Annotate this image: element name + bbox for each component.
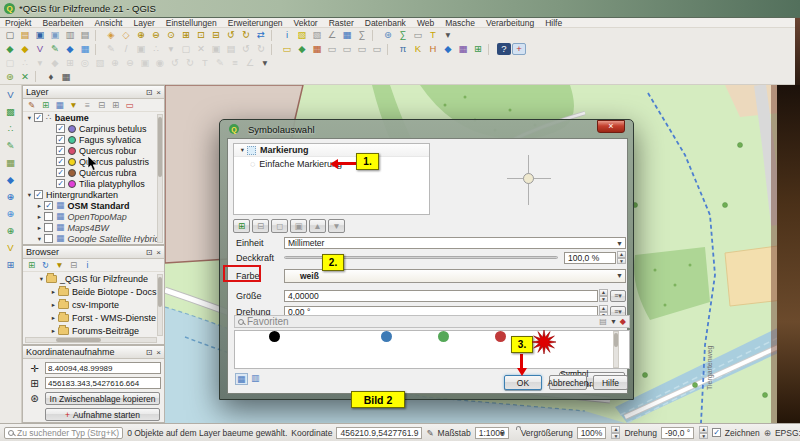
move-layer-down-icon[interactable]: ▼ [328, 219, 345, 233]
paste-features-icon[interactable]: ▤ [224, 43, 238, 55]
browser-tree-item[interactable]: ▸ Forums-Beiträge [23, 324, 164, 336]
separator[interactable] [95, 44, 101, 55]
kml-tools-icon[interactable]: K [411, 43, 425, 55]
crs-status[interactable]: EPSG:25832 [775, 428, 800, 438]
add-gps-points-icon[interactable]: ∴ [3, 122, 19, 135]
add-wfs-layer-icon[interactable]: ⊕ [3, 224, 19, 237]
menu-item[interactable]: Einstellungen [166, 18, 217, 28]
spin-buttons[interactable]: ▲▼ [617, 251, 626, 264]
map-tips-icon[interactable]: ▭ [411, 29, 425, 41]
spin-buttons[interactable]: ▲▼ [611, 426, 620, 439]
zoom-in-icon[interactable]: ⊕ [134, 29, 148, 41]
expand-arrow-icon[interactable]: ▸ [35, 213, 44, 221]
track-mouse-icon[interactable]: ⊛ [27, 393, 42, 405]
html-tools-icon[interactable]: H [426, 43, 440, 55]
layer-checkbox[interactable]: ✓ [56, 179, 65, 188]
browser-scrollbar[interactable] [157, 274, 163, 336]
filter-expression-icon[interactable]: ≡ [81, 100, 94, 111]
menu-item[interactable]: Masche [445, 18, 475, 28]
text-annotation-icon[interactable]: T [426, 29, 440, 41]
copy-to-clipboard-button[interactable]: In Zwischenablage kopieren [45, 392, 160, 405]
new-temporary-layer-icon[interactable]: ◆ [63, 43, 77, 55]
cad-tools-icon[interactable]: ▢ [3, 57, 17, 69]
browser-tree-item[interactable]: ▸ Beide Biotope - Docs [23, 285, 164, 298]
size-spinbox[interactable]: 4,00000 [284, 290, 598, 302]
georeferencer-icon[interactable]: ▦ [78, 43, 92, 55]
split-features-icon[interactable]: ↻ [183, 57, 197, 69]
delete-selected-icon[interactable]: ▢ [179, 43, 193, 55]
deselect-features-icon[interactable]: ▧ [310, 29, 324, 41]
pan-map-icon[interactable]: ◈ [104, 29, 118, 41]
zoom-native-icon[interactable]: ⊙ [164, 29, 178, 41]
layer-tree-item[interactable]: ✓ Fagus sylvatica [23, 134, 164, 145]
new-spatialite-layer-icon[interactable]: ✎ [48, 43, 62, 55]
zoom-out-icon[interactable]: ⊖ [149, 29, 163, 41]
render-checkbox[interactable]: ✓ [712, 428, 721, 437]
remove-layer-icon[interactable]: ▭ [123, 100, 136, 111]
layer-tree-item[interactable]: ▾ ▦ Google Satellite Hybrid [23, 233, 164, 243]
layer-diagram-icon[interactable]: ◆ [295, 43, 309, 55]
menu-item[interactable]: Layer [133, 18, 154, 28]
plugin-add-layer-icon[interactable]: ⊞ [471, 43, 485, 55]
project-crs-icon[interactable]: ⊞ [27, 377, 42, 389]
layer-tree-item[interactable]: ▸ ▦ OpenTopoMap [23, 211, 164, 222]
icon-view-toggle[interactable]: ▦ [235, 373, 248, 385]
change-label-icon[interactable]: ▭ [370, 43, 384, 55]
help-button[interactable]: Hilfe [593, 375, 628, 390]
symbol-dot-blue[interactable] [381, 331, 392, 342]
layer-checkbox[interactable]: ✓ [56, 124, 65, 133]
statistics-icon[interactable]: ∑ [355, 29, 369, 41]
collapse-all-icon[interactable]: ⊞ [109, 100, 122, 111]
layer-checkbox[interactable]: ✓ [56, 157, 65, 166]
zoom-full-icon[interactable]: ⊞ [179, 29, 193, 41]
coordinate-display[interactable]: 456210.9,5427761.9 [336, 427, 422, 439]
expand-arrow-icon[interactable]: ▸ [49, 327, 58, 335]
symbol-dot-black[interactable] [269, 331, 280, 342]
symbol-circle-white[interactable] [325, 331, 336, 342]
refresh-map-icon[interactable]: ⇄ [254, 29, 268, 41]
advanced-digitizing-icon[interactable]: ∴ [18, 57, 32, 69]
split-parts-icon[interactable]: T [198, 57, 212, 69]
image-export-icon[interactable]: ▦ [59, 71, 73, 83]
close-panel-icon[interactable]: × [156, 348, 161, 357]
scale-combo[interactable]: 1:1000▼ [475, 427, 509, 439]
separator[interactable] [387, 44, 393, 55]
zoom-last-icon[interactable]: ↺ [224, 29, 238, 41]
ok-button[interactable]: OK [504, 375, 542, 390]
layer-tree-item[interactable]: ▸ ✓ ▦ OSM Standard [23, 200, 164, 211]
merge-attributes-icon[interactable]: ≡ [228, 57, 242, 69]
add-spatialite-layer-icon[interactable]: ✎ [3, 139, 19, 152]
separator[interactable] [488, 44, 494, 55]
layer-checkbox[interactable]: ✓ [44, 201, 53, 210]
measure-icon[interactable]: ∠ [325, 29, 339, 41]
osgeo-plugin-icon[interactable]: ✕ [18, 71, 32, 83]
menu-item[interactable]: Web [417, 18, 434, 28]
highlight-labels-icon[interactable]: ▭ [325, 43, 339, 55]
profile-tool-icon[interactable]: ♦ [44, 71, 58, 83]
fill-ring-icon[interactable]: ▣ [138, 57, 152, 69]
open-layer-styling-icon[interactable]: ✎ [25, 100, 38, 111]
plugin-tool-icon[interactable]: ◆ [441, 43, 455, 55]
separator[interactable] [95, 30, 101, 41]
expand-arrow-icon[interactable]: ▸ [49, 314, 58, 322]
move-layer-up-icon[interactable]: ▲ [309, 219, 326, 233]
separator[interactable] [35, 71, 41, 82]
layer-tree-item[interactable]: ▾ ✓ ∴ baeume [23, 112, 164, 123]
open-project-icon[interactable]: ▤ [18, 29, 32, 41]
layer-checkbox[interactable]: ✓ [56, 146, 65, 155]
edit-coordinate-icon[interactable]: ✎ [426, 428, 433, 438]
browser-tree-item[interactable]: ▾ _QGIS für Pilzfreunde [23, 272, 164, 285]
new-shapefile-layer-icon[interactable]: ◆ [18, 43, 32, 55]
undo-icon[interactable]: ↺ [239, 43, 253, 55]
symbol-dot-green[interactable] [438, 331, 449, 342]
add-selected-layers-icon[interactable]: ⊞ [25, 260, 38, 271]
crs-globe-icon[interactable]: ⊕ [764, 428, 771, 438]
layer-tree-item[interactable]: ✓ Carpinus betulus [23, 123, 164, 134]
offset-curve-icon[interactable]: ◉ [153, 57, 167, 69]
statistical-summary-icon[interactable]: ∑ [396, 29, 410, 41]
symbol-tree-parent[interactable]: ▾ Markierung [234, 144, 429, 157]
new-print-layout-icon[interactable]: ▥ [63, 29, 77, 41]
layers-scrollbar[interactable] [157, 114, 163, 243]
float-panel-icon[interactable]: ⊡ [146, 348, 153, 357]
move-label-icon[interactable]: ▭ [340, 43, 354, 55]
